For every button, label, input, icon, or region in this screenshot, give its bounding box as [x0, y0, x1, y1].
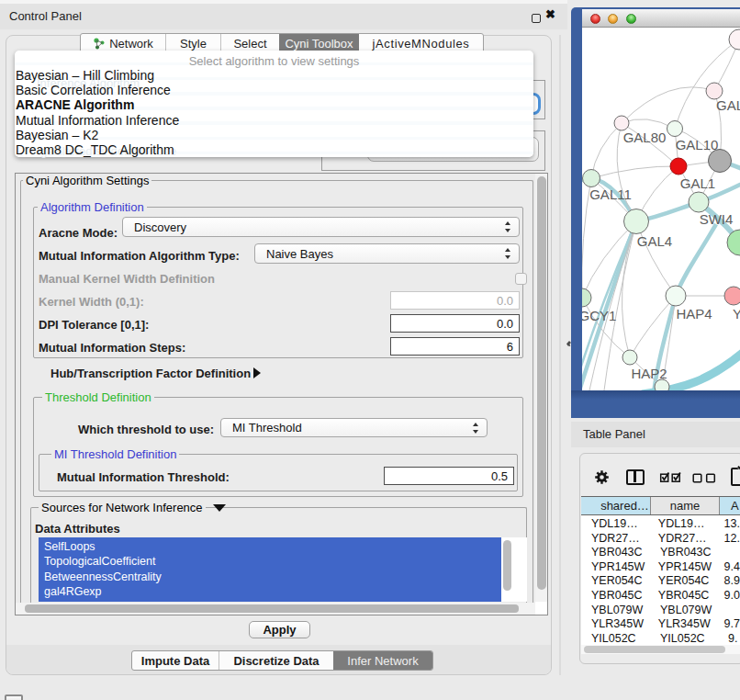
- svg-text:SWI4: SWI4: [700, 211, 734, 227]
- svg-text:YJ: YJ: [733, 306, 740, 322]
- svg-text:HAP2: HAP2: [631, 366, 667, 381]
- svg-text:GAL11: GAL11: [589, 186, 632, 202]
- svg-text:GAL80: GAL80: [623, 130, 667, 145]
- svg-text:GAL2: GAL2: [716, 97, 740, 113]
- svg-text:HAP4: HAP4: [676, 306, 712, 322]
- svg-text:GCY1: GCY1: [582, 308, 616, 323]
- svg-text:GAL1: GAL1: [680, 175, 715, 191]
- svg-text:GAL10: GAL10: [676, 137, 719, 152]
- svg-text:GAL4: GAL4: [637, 233, 672, 249]
